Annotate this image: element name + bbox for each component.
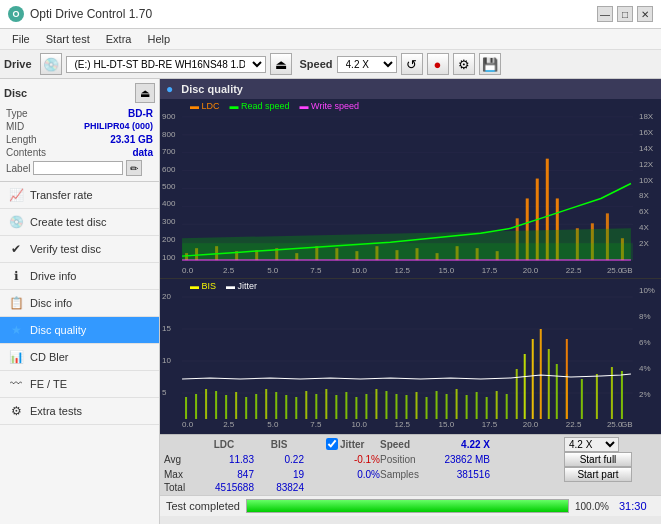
svg-text:600: 600 xyxy=(162,165,176,174)
nav-item-verify-test-disc[interactable]: ✔ Verify test disc xyxy=(0,236,159,263)
svg-rect-106 xyxy=(295,397,297,419)
disc-type-value: BD-R xyxy=(128,108,153,119)
create-test-disc-icon: 💿 xyxy=(8,214,24,230)
menu-help[interactable]: Help xyxy=(139,31,178,47)
svg-text:12.5: 12.5 xyxy=(394,420,410,429)
svg-text:12X: 12X xyxy=(639,160,654,169)
label-input[interactable] xyxy=(33,161,123,175)
speed-dropdown[interactable]: 4.2 X xyxy=(564,437,619,452)
svg-rect-126 xyxy=(496,391,498,419)
svg-text:200: 200 xyxy=(162,235,176,244)
burn-button[interactable]: ● xyxy=(427,53,449,75)
jitter-legend: ▬ Jitter xyxy=(226,281,257,291)
menu-extra[interactable]: Extra xyxy=(98,31,140,47)
settings-button[interactable]: ⚙ xyxy=(453,53,475,75)
menu-start-test[interactable]: Start test xyxy=(38,31,98,47)
refresh-button[interactable]: ↺ xyxy=(401,53,423,75)
svg-text:20: 20 xyxy=(162,292,171,301)
svg-text:10.0: 10.0 xyxy=(351,266,367,275)
drive-icon-btn[interactable]: 💿 xyxy=(40,53,62,75)
save-button[interactable]: 💾 xyxy=(479,53,501,75)
svg-rect-115 xyxy=(385,391,387,419)
svg-text:16X: 16X xyxy=(639,128,654,137)
svg-rect-104 xyxy=(275,392,277,419)
total-ldc: 4515688 xyxy=(194,482,254,493)
stats-table: LDC BIS Jitter Speed 4.22 X 4.2 X xyxy=(164,437,632,493)
stats-section: LDC BIS Jitter Speed 4.22 X 4.2 X xyxy=(160,434,661,495)
svg-text:4X: 4X xyxy=(639,223,649,232)
bottom-chart: ▬ BIS ▬ Jitter 20 15 10 5 10% 8% 6% 4% 2… xyxy=(160,279,661,434)
speed-value-display: 4.22 X xyxy=(430,437,490,452)
bottom-chart-svg: 20 15 10 5 10% 8% 6% 4% 2% 0.0 2.5 5.0 7… xyxy=(160,279,661,434)
svg-rect-132 xyxy=(548,349,550,419)
label-key: Label xyxy=(6,163,30,174)
speed-label: Speed xyxy=(300,58,333,70)
nav-item-create-test-disc[interactable]: 💿 Create test disc xyxy=(0,209,159,236)
app-title: Opti Drive Control 1.70 xyxy=(30,7,152,21)
disc-length-row: Length 23.31 GB xyxy=(4,133,155,146)
svg-text:8X: 8X xyxy=(639,191,649,200)
svg-rect-121 xyxy=(446,394,448,419)
svg-text:400: 400 xyxy=(162,199,176,208)
top-chart: ▬ LDC ▬ Read speed ▬ Write speed 900 800… xyxy=(160,99,661,279)
speed-select[interactable]: 4.2 X xyxy=(337,56,397,73)
svg-text:17.5: 17.5 xyxy=(482,420,498,429)
cd-bler-icon: 📊 xyxy=(8,349,24,365)
svg-rect-130 xyxy=(532,339,534,419)
nav-item-disc-info[interactable]: 📋 Disc info xyxy=(0,290,159,317)
chart-panel-title: Disc quality xyxy=(181,83,243,95)
nav-item-fe-te[interactable]: 〰 FE / TE xyxy=(0,371,159,398)
svg-text:5: 5 xyxy=(162,388,167,397)
svg-rect-125 xyxy=(486,397,488,419)
minimize-button[interactable]: — xyxy=(597,6,613,22)
svg-rect-118 xyxy=(416,392,418,419)
disc-label-row: Label ✏ xyxy=(4,159,155,177)
avg-jitter: -0.1% xyxy=(324,452,380,467)
drive-select[interactable]: (E:) HL-DT-ST BD-RE WH16NS48 1.D3 xyxy=(66,56,266,73)
disc-mid-value: PHILIPR04 (000) xyxy=(84,121,153,132)
label-edit-btn[interactable]: ✏ xyxy=(126,160,142,176)
total-label: Total xyxy=(164,482,194,493)
svg-text:17.5: 17.5 xyxy=(482,266,498,275)
disc-mid-row: MID PHILIPR04 (000) xyxy=(4,120,155,133)
svg-rect-101 xyxy=(245,397,247,419)
window-controls: — □ ✕ xyxy=(597,6,653,22)
svg-rect-119 xyxy=(426,397,428,419)
svg-text:2%: 2% xyxy=(639,390,651,399)
svg-text:10.0: 10.0 xyxy=(351,420,367,429)
svg-text:7.5: 7.5 xyxy=(310,420,322,429)
eject-button[interactable]: ⏏ xyxy=(270,53,292,75)
svg-rect-135 xyxy=(581,379,583,419)
write-speed-legend: ▬ Write speed xyxy=(300,101,359,111)
verify-test-disc-icon: ✔ xyxy=(8,241,24,257)
disc-eject-btn[interactable]: ⏏ xyxy=(135,83,155,103)
maximize-button[interactable]: □ xyxy=(617,6,633,22)
drive-toolbar: Drive 💿 (E:) HL-DT-ST BD-RE WH16NS48 1.D… xyxy=(0,50,661,79)
svg-text:15: 15 xyxy=(162,324,171,333)
nav-item-disc-quality[interactable]: ★ Disc quality xyxy=(0,317,159,344)
start-full-button[interactable]: Start full xyxy=(564,452,632,467)
svg-rect-102 xyxy=(255,394,257,419)
svg-rect-113 xyxy=(365,394,367,419)
nav-item-cd-bler[interactable]: 📊 CD Bler xyxy=(0,344,159,371)
nav-label-disc-info: Disc info xyxy=(30,297,72,309)
start-part-button[interactable]: Start part xyxy=(564,467,632,482)
svg-text:10X: 10X xyxy=(639,176,654,185)
status-text: Test completed xyxy=(166,500,240,512)
svg-rect-137 xyxy=(611,367,613,419)
nav-item-drive-info[interactable]: ℹ Drive info xyxy=(0,263,159,290)
svg-rect-128 xyxy=(516,369,518,419)
nav-item-extra-tests[interactable]: ⚙ Extra tests xyxy=(0,398,159,425)
svg-text:2.5: 2.5 xyxy=(223,420,235,429)
svg-text:20.0: 20.0 xyxy=(523,266,539,275)
svg-text:20.0: 20.0 xyxy=(523,420,539,429)
samples-value: 381516 xyxy=(430,467,490,482)
jitter-checkbox[interactable] xyxy=(326,438,338,450)
svg-rect-129 xyxy=(524,354,526,419)
nav-label-verify-test-disc: Verify test disc xyxy=(30,243,101,255)
svg-rect-124 xyxy=(476,392,478,419)
svg-rect-111 xyxy=(345,392,347,419)
menu-file[interactable]: File xyxy=(4,31,38,47)
nav-item-transfer-rate[interactable]: 📈 Transfer rate xyxy=(0,182,159,209)
close-button[interactable]: ✕ xyxy=(637,6,653,22)
